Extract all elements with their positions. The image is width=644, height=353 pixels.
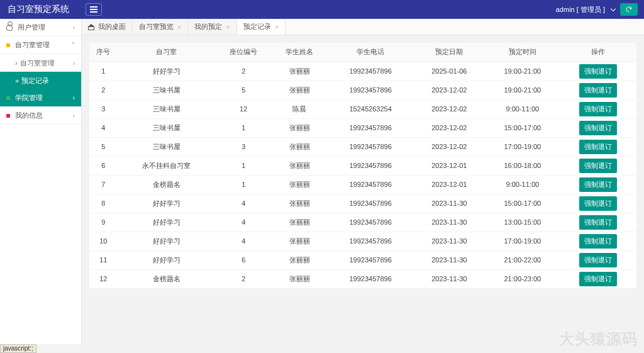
cell-date: 2025-01-06 [413,62,485,81]
force-cancel-button[interactable]: 强制退订 [579,140,617,154]
cell-name: 张丽丽 [272,175,328,194]
user-icon [6,25,13,31]
force-cancel-button[interactable]: 强制退订 [579,272,617,286]
cell-phone: 19923457896 [328,232,413,250]
cell-phone: 19923457896 [328,269,413,288]
cell-action: 强制退订 [560,269,636,288]
cell-n: 6 [89,156,118,175]
table-row: 7金榜题名1张丽丽199234578962023-12-019:00-11:00… [89,175,636,194]
tab-3[interactable]: 预定记录× [237,19,286,35]
cell-time: 9:00-11:00 [485,99,560,118]
sidebar-item-5[interactable]: 我的信息‹ [0,107,81,125]
sidebar-item-label: 我的信息 [15,111,43,120]
col-header-2: 座位编号 [216,43,272,62]
home-icon [88,24,94,30]
refresh-icon [625,6,633,13]
cell-name: 张丽丽 [272,250,328,269]
tab-bar: 我的桌面自习室预览×我的预定×预定记录× [82,19,644,35]
cell-seat: 2 [216,269,272,288]
cell-date: 2023-12-02 [413,81,485,99]
cell-seat: 1 [216,156,272,175]
cell-time: 9:00-11:00 [485,175,560,194]
sidebar-item-label: 预定记录 [21,76,49,86]
table-row: 8好好学习4张丽丽199234578962023-11-3015:00-17:0… [89,194,636,213]
cell-date: 2023-12-01 [413,156,485,175]
cell-time: 17:00-19:00 [485,137,560,156]
table-row: 2三味书屋5张丽丽199234578962023-12-0219:00-21:0… [89,81,636,99]
refresh-button[interactable] [620,3,638,16]
table-row: 1好好学习2张丽丽199234578962025-01-0619:00-21:0… [89,62,636,81]
force-cancel-button[interactable]: 强制退订 [579,215,617,230]
sidebar-item-label: 学院管理 [15,93,43,103]
close-icon[interactable]: × [275,23,279,31]
cell-name: 张丽丽 [272,62,328,81]
cell-time: 16:00-18:00 [485,156,560,175]
cell-action: 强制退订 [560,81,636,99]
cell-action: 强制退订 [560,137,636,156]
close-icon[interactable]: × [226,23,230,31]
cell-action: 强制退订 [560,175,636,194]
close-icon[interactable]: × [177,23,181,31]
sidebar-item-3[interactable]: » 预定记录 [0,72,81,89]
cell-date: 2023-11-30 [413,194,485,213]
cell-action: 强制退订 [560,213,636,232]
force-cancel-button[interactable]: 强制退订 [579,83,617,98]
col-header-1: 自习室 [118,43,216,62]
tab-0[interactable]: 我的桌面 [82,19,133,35]
tab-2[interactable]: 我的预定× [188,19,236,35]
sidebar-item-4[interactable]: 学院管理‹ [0,89,81,107]
cell-n: 3 [89,99,118,118]
cell-date: 2023-11-30 [413,232,485,250]
cell-phone: 15245263254 [328,99,413,118]
cell-phone: 19923457896 [328,137,413,156]
cell-time: 15:00-17:00 [485,194,560,213]
cell-time: 21:00-22:00 [485,250,560,269]
cell-phone: 19923457896 [328,62,413,81]
cell-room: 好好学习 [118,250,216,269]
sidebar-item-0[interactable]: 用户管理› [0,19,81,36]
force-cancel-button[interactable]: 强制退订 [579,121,617,135]
app-logo: 自习室预定系统 [0,4,82,15]
cell-seat: 12 [216,99,272,118]
cell-name: 张丽丽 [272,156,328,175]
cell-action: 强制退订 [560,99,636,118]
force-cancel-button[interactable]: 强制退订 [579,159,617,173]
sidebar-item-1[interactable]: 自习室管理˅ [0,36,81,54]
tab-label: 我的桌面 [98,22,126,31]
cell-time: 13:00-15:00 [485,213,560,232]
cell-seat: 4 [216,232,272,250]
cell-room: 永不挂科自习室 [118,156,216,175]
dot-icon [6,96,10,100]
cell-name: 陈晨 [272,99,328,118]
force-cancel-button[interactable]: 强制退订 [579,177,617,192]
cell-time: 19:00-21:00 [485,62,560,81]
cell-room: 三味书屋 [118,81,216,99]
table-row: 6永不挂科自习室1张丽丽199234578962023-12-0116:00-1… [89,156,636,175]
force-cancel-button[interactable]: 强制退订 [579,253,617,267]
menu-toggle-button[interactable] [86,3,102,16]
records-table: 序号自习室座位编号学生姓名学生电话预定日期预定时间操作 1好好学习2张丽丽199… [89,43,636,289]
user-label[interactable]: admin [ 管理员 ] [556,5,605,14]
force-cancel-button[interactable]: 强制退订 [579,234,617,249]
table-row: 3三味书屋12陈晨152452632542023-12-029:00-11:00… [89,99,636,118]
tab-1[interactable]: 自习室预览× [133,19,188,35]
cell-room: 好好学习 [118,213,216,232]
chevron-down-icon[interactable] [611,6,616,11]
cell-n: 11 [89,250,118,269]
cell-name: 张丽丽 [272,81,328,99]
col-header-3: 学生姓名 [272,43,328,62]
force-cancel-button[interactable]: 强制退订 [579,196,617,211]
cell-seat: 1 [216,118,272,137]
cell-time: 17:00-19:00 [485,232,560,250]
col-header-6: 预定时间 [485,43,560,62]
cell-seat: 1 [216,175,272,194]
cell-name: 张丽丽 [272,194,328,213]
cell-action: 强制退订 [560,232,636,250]
table-row: 5三味书屋3张丽丽199234578962023-12-0217:00-19:0… [89,137,636,156]
sidebar-item-2[interactable]: › 自习室管理› [0,54,81,72]
force-cancel-button[interactable]: 强制退订 [579,102,617,116]
force-cancel-button[interactable]: 强制退订 [579,64,617,79]
cell-name: 张丽丽 [272,213,328,232]
chevron-icon: ‹ [73,94,75,101]
cell-room: 好好学习 [118,62,216,81]
